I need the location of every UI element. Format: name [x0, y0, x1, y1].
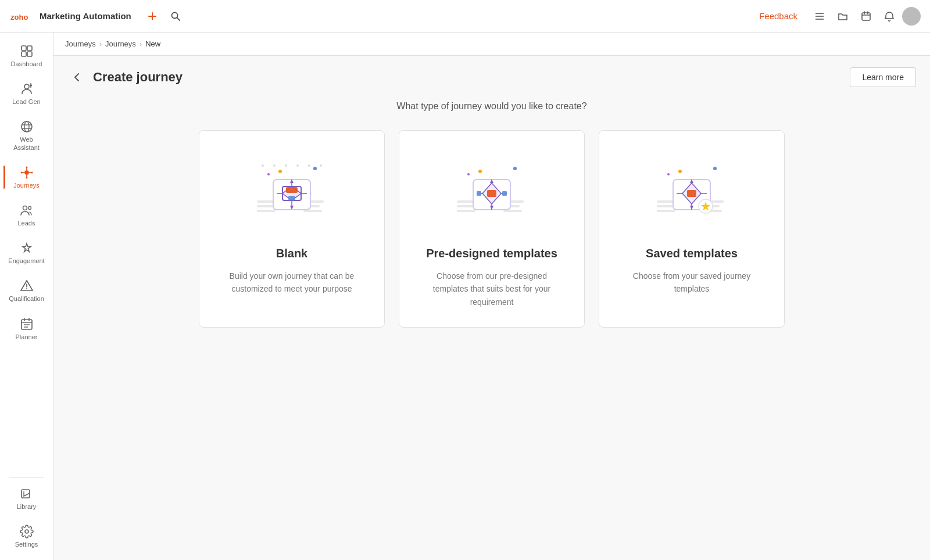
sidebar-label-journeys: Journeys: [13, 182, 40, 189]
back-button[interactable]: [67, 68, 86, 87]
svg-point-93: [678, 170, 682, 173]
predesigned-card-description: Choose from our pre-designed templates t…: [418, 270, 566, 308]
list-view-icon[interactable]: [809, 6, 830, 27]
svg-point-74: [513, 167, 517, 170]
svg-point-48: [273, 164, 276, 167]
sidebar-item-lead-gen[interactable]: Lead Gen: [3, 76, 50, 112]
journey-type-question: What type of journey would you like to c…: [67, 101, 916, 112]
svg-point-17: [24, 84, 29, 89]
svg-point-73: [478, 170, 482, 173]
journey-card-predesigned[interactable]: Pre-designed templates Choose from our p…: [399, 130, 585, 328]
svg-rect-90: [487, 190, 496, 197]
sidebar-divider: [9, 477, 44, 478]
journey-card-saved[interactable]: Saved templates Choose from your saved j…: [599, 130, 785, 328]
svg-rect-57: [257, 205, 273, 207]
predesigned-illustration: [445, 154, 538, 235]
sidebar-item-web-assistant[interactable]: Web Assistant: [3, 114, 50, 157]
svg-rect-72: [288, 196, 295, 200]
journey-type-cards: Blank Build your own journey that can be…: [67, 130, 916, 328]
svg-rect-16: [27, 52, 32, 56]
sidebar-label-engagement: Engagement: [8, 257, 44, 265]
svg-point-22: [24, 121, 29, 132]
sidebar-label-qualification: Qualification: [9, 295, 44, 303]
user-avatar[interactable]: [902, 7, 921, 26]
svg-point-94: [713, 167, 717, 170]
learn-more-button[interactable]: Learn more: [850, 67, 916, 87]
blank-illustration: [245, 154, 338, 235]
saved-card-title: Saved templates: [646, 247, 738, 260]
sidebar-label-planner: Planner: [16, 333, 38, 341]
svg-rect-13: [22, 46, 26, 51]
svg-rect-58: [257, 210, 276, 212]
svg-point-46: [25, 530, 28, 533]
svg-rect-9: [862, 13, 870, 20]
svg-rect-71: [286, 187, 298, 193]
saved-illustration: [645, 154, 738, 235]
app-logo: zoho Marketing Automation: [9, 8, 131, 24]
sidebar-item-journeys[interactable]: Journeys: [3, 160, 50, 195]
svg-rect-77: [457, 205, 473, 207]
search-button[interactable]: [166, 7, 185, 26]
calendar-icon[interactable]: [856, 6, 877, 27]
journey-card-blank[interactable]: Blank Build your own journey that can be…: [199, 130, 385, 328]
svg-point-34: [23, 206, 27, 210]
breadcrumb-current: New: [145, 40, 160, 48]
svg-point-32: [31, 171, 33, 173]
sidebar-item-library[interactable]: Library: [3, 481, 50, 516]
page-header: Create journey Learn more: [67, 67, 916, 87]
svg-point-30: [26, 166, 27, 168]
breadcrumb-link-journeys-1[interactable]: Journeys: [65, 40, 96, 48]
svg-text:zoho: zoho: [10, 13, 28, 21]
sidebar-label-settings: Settings: [15, 541, 38, 548]
page-header-left: Create journey: [67, 68, 183, 87]
svg-rect-78: [457, 210, 475, 212]
page-content: Create journey Learn more What type of j…: [53, 56, 930, 560]
sidebar-item-dashboard[interactable]: Dashboard: [3, 38, 50, 74]
planner-icon: [20, 317, 34, 331]
sidebar-item-planner[interactable]: Planner: [3, 311, 50, 347]
svg-point-54: [313, 167, 317, 170]
plus-icon: [147, 11, 158, 21]
svg-point-52: [320, 164, 322, 167]
sidebar-item-qualification[interactable]: Qualification: [3, 273, 50, 308]
main-layout: Dashboard Lead Gen Web Assistant: [0, 33, 930, 560]
sidebar-item-leads[interactable]: Leads: [3, 198, 50, 233]
breadcrumb-sep-2: ›: [140, 40, 142, 48]
lead-gen-icon: [20, 82, 34, 96]
add-button[interactable]: [143, 7, 162, 26]
svg-point-47: [262, 164, 264, 167]
sidebar-label-library: Library: [17, 503, 37, 511]
sidebar-item-settings[interactable]: Settings: [3, 519, 50, 554]
predesigned-card-title: Pre-designed templates: [426, 247, 557, 260]
svg-point-31: [20, 171, 22, 173]
journeys-icon: [20, 166, 34, 180]
search-icon: [170, 11, 181, 21]
svg-point-33: [26, 177, 27, 178]
svg-rect-91: [477, 191, 481, 196]
content-area: Journeys › Journeys › New Create journey…: [53, 33, 930, 560]
library-icon: [20, 487, 34, 501]
svg-line-5: [177, 17, 180, 20]
sidebar-label-web-assistant: Web Assistant: [7, 136, 46, 151]
svg-point-95: [667, 173, 670, 175]
breadcrumb-link-journeys-2[interactable]: Journeys: [105, 40, 136, 48]
svg-point-53: [278, 170, 282, 173]
svg-point-50: [296, 164, 299, 167]
svg-point-18: [30, 84, 32, 87]
sidebar-label-dashboard: Dashboard: [11, 60, 42, 68]
svg-rect-14: [27, 46, 32, 51]
engagement-icon: [20, 241, 34, 255]
svg-point-75: [467, 173, 470, 175]
sidebar-item-engagement[interactable]: Engagement: [3, 235, 50, 271]
notifications-icon[interactable]: [879, 6, 900, 27]
zoho-logo-icon: zoho: [9, 8, 35, 24]
leads-icon: [20, 203, 34, 217]
sidebar-label-leads: Leads: [18, 220, 35, 227]
folder-icon[interactable]: [832, 6, 853, 27]
topbar-actions: [143, 7, 185, 26]
feedback-button[interactable]: Feedback: [759, 11, 797, 21]
svg-point-35: [28, 206, 31, 209]
svg-rect-110: [687, 190, 696, 197]
blank-card-description: Build your own journey that can be custo…: [218, 270, 366, 296]
settings-icon: [20, 525, 34, 539]
